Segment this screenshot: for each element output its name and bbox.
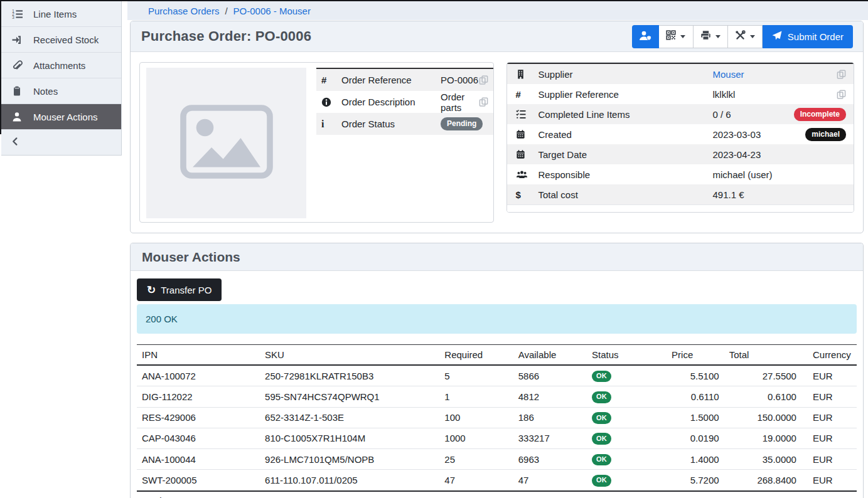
ok-badge: OK (592, 454, 611, 466)
ok-badge: OK (592, 433, 611, 445)
svg-text:3: 3 (12, 14, 14, 19)
tools-icon (735, 30, 746, 43)
caret-down-icon (680, 35, 685, 38)
print-dropdown-button[interactable] (694, 25, 728, 48)
sidebar-item-label: Attachments (33, 60, 85, 71)
cell-ipn: ANA-100044 (137, 449, 260, 470)
refresh-icon: ↻ (147, 285, 156, 295)
tools-dropdown-button[interactable] (728, 25, 763, 48)
cell-ipn: ANA-100072 (137, 365, 260, 386)
users-icon (516, 170, 538, 179)
cell-required: 1000 (439, 428, 513, 448)
detail-row-responsible: Responsible michael (user) (507, 164, 854, 184)
detail-value: lklklkl (713, 89, 837, 100)
sidebar-item-attachments[interactable]: Attachments (1, 53, 121, 78)
cell-currency: EUR (801, 428, 857, 448)
cell-sku: 652-3314Z-1-503E (260, 407, 439, 428)
paper-plane-icon (772, 31, 782, 43)
submit-order-button[interactable]: Submit Order (763, 25, 853, 48)
clipboard-icon (11, 86, 23, 96)
sidebar-item-label: Notes (33, 86, 58, 97)
parts-table-header-row: IPN SKU Required Available Status Price … (137, 345, 857, 366)
cell-ipn: DIG-112022 (137, 386, 260, 407)
cell-sku: 810-C1005X7R1H104M (260, 428, 439, 448)
purchase-order-panel-header: Purchase Order: PO-0006 (131, 21, 863, 52)
copy-icon[interactable] (479, 75, 488, 85)
cell-total: 0.6100 (724, 386, 801, 407)
transfer-po-button[interactable]: ↻ Transfer PO (137, 278, 222, 301)
copy-icon[interactable] (479, 97, 488, 107)
cell-status: OK (587, 407, 667, 428)
paperclip-icon (11, 60, 23, 71)
cell-sku: 595-SN74HCS74QPWRQ1 (260, 386, 439, 407)
table-row: ANA-100044 926-LMC7101QM5/NOPB 25 6963 O… (137, 449, 857, 470)
detail-value: Pending (441, 117, 488, 130)
detail-row-created: Created 2023-03-03 michael (507, 124, 854, 144)
column-header-status: Status (587, 345, 667, 366)
qrcode-icon (666, 30, 676, 43)
barcode-actions-button[interactable] (632, 25, 659, 48)
info-icon: i (321, 119, 341, 130)
detail-value: Order parts (441, 92, 479, 113)
order-summary-table: # Order Reference PO-0006 Order Descript… (316, 68, 493, 135)
table-row: CAP-043046 810-C1005X7R1H104M 1000 33321… (137, 428, 857, 448)
column-header-available: Available (513, 345, 587, 366)
mouser-actions-title: Mouser Actions (142, 250, 240, 265)
hashtag-icon: # (321, 75, 341, 85)
cell-available: 333217 (513, 428, 587, 448)
detail-value: 0 / 6 (713, 109, 794, 120)
breadcrumb-purchase-orders[interactable]: Purchase Orders (148, 6, 219, 16)
detail-row-completed-line-items: Completed Line Items 0 / 6 Incomplete (507, 104, 854, 124)
mouser-actions-body: ↻ Transfer PO 200 OK IPN SKU Required Av… (131, 271, 863, 498)
cell-ipn: RES-429006 (137, 407, 260, 428)
order-toolbar: Submit Order (632, 25, 853, 48)
cell-total: 35.0000 (724, 449, 801, 470)
supplier-link[interactable]: Mouser (713, 69, 744, 80)
total-value: 501.0000 (724, 491, 801, 498)
sign-in-icon (11, 34, 23, 45)
caret-down-icon (715, 35, 721, 38)
caret-down-icon (750, 35, 755, 38)
calendar-icon (516, 149, 538, 159)
sidebar-item-received-stock[interactable]: Received Stock (1, 27, 121, 53)
barcode-dropdown-button[interactable] (659, 25, 694, 48)
cell-total: 19.0000 (724, 428, 801, 448)
sidebar-item-notes[interactable]: Notes (1, 78, 121, 104)
sidebar-item-line-items[interactable]: 123 Line Items (1, 1, 121, 27)
cell-status: OK (587, 386, 667, 407)
detail-label: Supplier Reference (538, 89, 713, 100)
info-circle-icon (321, 97, 341, 107)
cell-available: 5866 (513, 365, 587, 386)
breadcrumb-current-order[interactable]: PO-0006 - Mouser (233, 6, 311, 16)
calendar-icon (516, 129, 538, 139)
cell-total: 27.5500 (724, 365, 801, 386)
cell-sku: 250-72981KLRATR150B3 (260, 365, 439, 386)
detail-label: Order Reference (341, 75, 441, 85)
sidebar-collapse-button[interactable] (1, 130, 121, 155)
status-alert: 200 OK (137, 304, 857, 334)
column-header-sku: SKU (260, 345, 439, 366)
copy-icon[interactable] (837, 90, 846, 99)
column-header-required: Required (439, 345, 513, 366)
status-alert-text: 200 OK (146, 314, 178, 324)
order-image-placeholder[interactable] (146, 68, 306, 218)
user-icon (11, 112, 23, 122)
mouser-actions-panel: Mouser Actions ↻ Transfer PO 200 OK IPN … (130, 243, 864, 498)
cell-ipn: SWT-200005 (137, 470, 260, 491)
order-summary-card: # Order Reference PO-0006 Order Descript… (139, 62, 494, 223)
window-top-edge (0, 0, 868, 1)
cell-status: OK (587, 470, 667, 491)
submit-order-label: Submit Order (788, 31, 844, 42)
cell-price: 0.6110 (667, 386, 724, 407)
cell-required: 1 (439, 386, 513, 407)
column-header-total: Total (724, 345, 801, 366)
detail-value: 491.1 € (713, 189, 847, 200)
detail-label: Target Date (538, 149, 713, 160)
sidebar-item-label: Mouser Actions (33, 112, 98, 122)
detail-row-supplier-reference: # Supplier Reference lklklkl (507, 84, 854, 104)
building-icon (516, 69, 538, 79)
list-ol-icon: 123 (11, 9, 23, 19)
sidebar-item-mouser-actions[interactable]: Mouser Actions (1, 104, 121, 130)
cell-price: 5.5100 (667, 365, 724, 386)
copy-icon[interactable] (837, 70, 846, 79)
